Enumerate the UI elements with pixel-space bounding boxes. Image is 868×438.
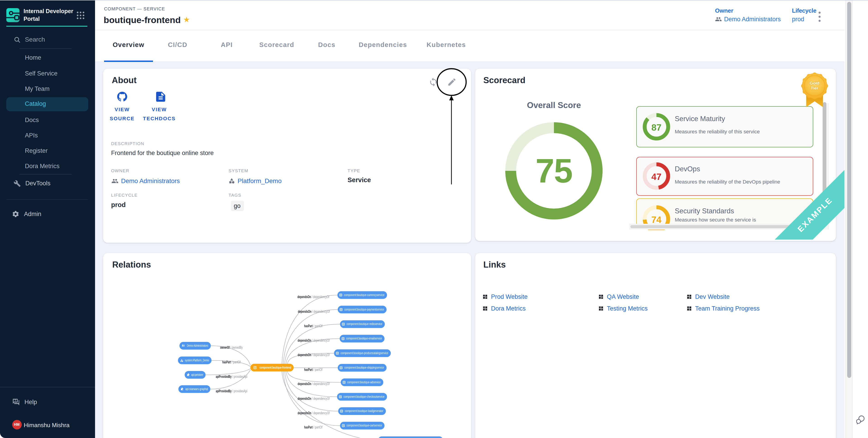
svg-text:component:boutique-redisservic: component:boutique-redisservice [346,322,382,326]
svg-text:dependsOn: dependsOn [298,396,311,401]
svg-text:dependsOn: dependsOn [297,295,311,299]
svg-text:/ partOf: / partOf [313,368,323,372]
svg-text:dependsOn: dependsOn [298,353,311,357]
svg-text:hasPart: hasPart [304,324,313,328]
svg-text:/ providesApi: / providesApi [232,389,247,393]
svg-text:dependsOn: dependsOn [298,338,311,342]
svg-text:hasPart: hasPart [222,360,231,364]
svg-text:apiProvidedBy: apiProvidedBy [216,374,231,378]
svg-text:dependsOn: dependsOn [298,309,311,313]
svg-text:component:boutique-productcata: component:boutique-productcatalogservice [341,351,388,355]
svg-text:component:boutique-frontend: component:boutique-frontend [259,366,291,369]
svg-text:/ dependencyOf: / dependencyOf [312,295,329,299]
svg-text:component:boutique-shippingser: component:boutique-shippingservice [344,366,384,369]
svg-text:component:boutique-checkoutser: component:boutique-checkoutservice [343,395,384,399]
svg-text:api:starwars-graphql: api:starwars-graphql [185,387,208,391]
svg-text:api:petstore: api:petstore [191,373,203,376]
svg-text:dependsOn: dependsOn [298,411,311,415]
svg-text:component:boutique-currencyser: component:boutique-currencyservice [344,293,384,297]
svg-text:apiProvidedBy: apiProvidedBy [216,389,231,393]
svg-text:component:boutique-adservice: component:boutique-adservice [347,380,381,384]
svg-text:/ partOf: / partOf [313,324,323,328]
svg-text:/ dependencyOf: / dependencyOf [312,396,330,401]
svg-text:system:Platform_Demo: system:Platform_Demo [185,359,209,362]
svg-text:component:boutique-paymentserv: component:boutique-paymentservice [344,308,384,311]
svg-text:dependsOn: dependsOn [298,382,311,386]
svg-text:/ ownedBy: / ownedBy [230,345,243,349]
svg-text:/ partOf: / partOf [231,360,241,364]
svg-text:/ partOf: / partOf [313,425,323,429]
svg-text:/ dependencyOf: / dependencyOf [312,382,330,386]
svg-text:?: ? [14,399,16,402]
svg-text:ownerOf: ownerOf [220,345,230,349]
svg-text:/ dependencyOf: / dependencyOf [312,309,330,313]
svg-text:component:boutique-emailservic: component:boutique-emailservice [346,337,382,340]
svg-text:hasPart: hasPart [304,425,313,429]
svg-text:/ dependencyOf: / dependencyOf [312,353,330,357]
svg-text:component:boutique-cartservice: component:boutique-cartservice [346,424,382,427]
svg-text:hasPart: hasPart [304,368,313,372]
svg-text:Demo Administrators: Demo Administrators [187,344,208,347]
svg-text:Tier: Tier [811,86,819,91]
svg-text:/ dependencyOf: / dependencyOf [312,411,330,415]
svg-text:/ dependencyOf: / dependencyOf [312,338,330,342]
svg-text:component:boutique-loadgenerat: component:boutique-loadgenerator [345,409,383,413]
svg-text:Gold: Gold [810,81,819,86]
svg-text:/ providesApi: / providesApi [232,374,247,378]
